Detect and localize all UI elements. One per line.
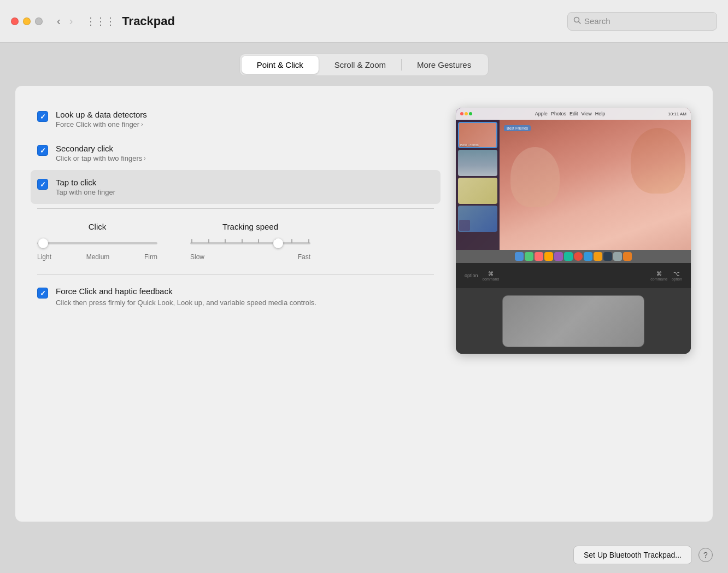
tick-2: [208, 239, 209, 243]
preview-menu-1: Apple: [535, 111, 548, 116]
tap-click-checkbox[interactable]: ✓: [37, 179, 48, 190]
tab-scroll-zoom[interactable]: Scroll & Zoom: [319, 56, 401, 74]
nav-buttons: ‹ ›: [54, 13, 76, 30]
force-click-title: Force Click and haptic feedback: [56, 286, 316, 296]
force-click-description: Click then press firmly for Quick Look, …: [56, 298, 316, 308]
tap-click-title: Tap to click: [56, 178, 115, 187]
main-content: Point & Click Scroll & Zoom More Gesture…: [0, 43, 728, 537]
traffic-lights: [11, 17, 43, 25]
app-grid-icon[interactable]: ⋮⋮⋮: [86, 15, 115, 27]
lookup-checkbox[interactable]: ✓: [37, 111, 48, 122]
force-click-checkbox[interactable]: ✓: [37, 288, 48, 299]
preview-thumb-2-bg: [458, 150, 497, 176]
search-bar[interactable]: Search: [567, 12, 717, 31]
preview-clock: 10:11 AM: [668, 112, 686, 116]
command-symbol-left: ⌘: [488, 271, 494, 277]
preview-name-badge: Best Friends: [504, 125, 531, 131]
preview-close-dot: [460, 112, 463, 115]
tracking-slider-track-container: [190, 238, 310, 249]
search-placeholder: Search: [584, 16, 610, 26]
dock-icon-5: [554, 252, 563, 261]
tick-4: [242, 239, 243, 243]
click-firm-label: Firm: [144, 253, 157, 261]
preview-thumb-1: Best Friends: [458, 122, 497, 148]
preview-trackpad-area: [456, 288, 691, 354]
nav-forward-button[interactable]: ›: [66, 13, 77, 30]
preview-screen: Apple Photos Edit View Help 10:11 AM: [456, 108, 691, 250]
tick-8: [308, 239, 309, 243]
lookup-title: Look up & data detectors: [56, 110, 147, 119]
click-slider-labels: Light Medium Firm: [37, 253, 157, 261]
click-slider-thumb[interactable]: [38, 238, 48, 248]
lookup-chevron-icon: ›: [141, 121, 143, 127]
preview-thumb-3: [458, 178, 497, 204]
preview-thumb-silhouette: [459, 220, 470, 231]
force-click-check-icon: ✓: [40, 290, 46, 297]
tick-marks: [190, 239, 310, 243]
keyboard-right: ⌘ command ⌥ option: [650, 271, 682, 281]
secondary-click-subtitle[interactable]: Click or tap with two fingers ›: [56, 154, 146, 162]
tracking-fast-label: Fast: [298, 253, 310, 261]
dock-icon-7: [574, 252, 583, 261]
option-symbol-right: ⌥: [673, 271, 680, 277]
preview-menu-4: View: [581, 111, 591, 116]
minimize-button[interactable]: [23, 17, 31, 25]
command-label-right: command: [650, 277, 667, 281]
option-force-click: ✓ Force Click and haptic feedback Click …: [37, 279, 434, 315]
preview-dock: [456, 250, 691, 263]
click-slider-label: Click: [89, 222, 107, 231]
dock-icon-11: [613, 252, 622, 261]
tap-click-text: Tap to click Tap with one finger: [56, 178, 115, 196]
dock-icon-1: [515, 252, 524, 261]
tick-3: [225, 239, 226, 243]
tracking-slider-labels: Slow Fast: [190, 253, 310, 261]
tracking-slider-group: Tracking speed: [190, 222, 310, 261]
right-panel: Apple Photos Edit View Help 10:11 AM: [456, 102, 691, 505]
preview-menu-5: Help: [595, 111, 606, 116]
preview-menu-3: Edit: [570, 111, 578, 116]
panel-body: ✓ Look up & data detectors Force Click w…: [37, 102, 691, 505]
preview-face-1: [631, 128, 685, 194]
dock-icon-2: [525, 252, 533, 261]
maximize-button[interactable]: [35, 17, 43, 25]
force-click-text: Force Click and haptic feedback Click th…: [56, 286, 316, 308]
close-button[interactable]: [11, 17, 19, 25]
option-tap-to-click: ✓ Tap to click Tap with one finger: [31, 170, 441, 204]
tracking-slow-label: Slow: [190, 253, 204, 261]
option-label-right: option: [672, 277, 682, 281]
preview-app-window: Best Friends: [456, 120, 691, 250]
preview-face-2: [510, 147, 560, 207]
sliders-section: Click Light Medium Firm Tracki: [37, 213, 434, 270]
option-lookup: ✓ Look up & data detectors Force Click w…: [37, 102, 434, 136]
bottom-bar: Set Up Bluetooth Trackpad... ?: [0, 537, 728, 573]
tracking-slider-thumb[interactable]: [273, 238, 283, 248]
click-slider-track-container: [37, 238, 157, 249]
preview-max-dot: [469, 112, 472, 115]
secondary-chevron-icon: ›: [144, 155, 145, 161]
tick-1: [191, 239, 192, 243]
search-icon: [573, 16, 581, 26]
preview-keyboard: option ⌘ command ⌘ command: [456, 263, 691, 288]
click-slider-bg: [37, 242, 157, 244]
click-medium-label: Medium: [86, 253, 110, 261]
tick-7: [291, 239, 292, 243]
secondary-click-checkbox[interactable]: ✓: [37, 145, 48, 156]
command-key-right: ⌘ command: [650, 271, 667, 281]
secondary-click-text: Secondary click Click or tap with two fi…: [56, 144, 146, 162]
preview-main-area: Best Friends: [500, 120, 691, 250]
command-label-left: command: [483, 277, 500, 281]
tab-more-gestures[interactable]: More Gestures: [402, 56, 486, 74]
tap-click-subtitle: Tap with one finger: [56, 188, 115, 196]
tabs-container: Point & Click Scroll & Zoom More Gesture…: [239, 54, 489, 76]
tap-check-icon: ✓: [40, 181, 46, 188]
tab-point-click[interactable]: Point & Click: [242, 56, 319, 74]
bluetooth-setup-button[interactable]: Set Up Bluetooth Trackpad...: [573, 546, 692, 564]
help-button[interactable]: ?: [698, 548, 713, 562]
nav-back-button[interactable]: ‹: [54, 13, 64, 30]
click-slider-group: Click Light Medium Firm: [37, 222, 157, 261]
titlebar-title: Trackpad: [122, 14, 175, 28]
divider-2: [37, 274, 434, 274]
option-secondary-click: ✓ Secondary click Click or tap with two …: [37, 136, 434, 170]
lookup-subtitle[interactable]: Force Click with one finger ›: [56, 120, 147, 128]
trackpad-surface: [502, 295, 644, 347]
